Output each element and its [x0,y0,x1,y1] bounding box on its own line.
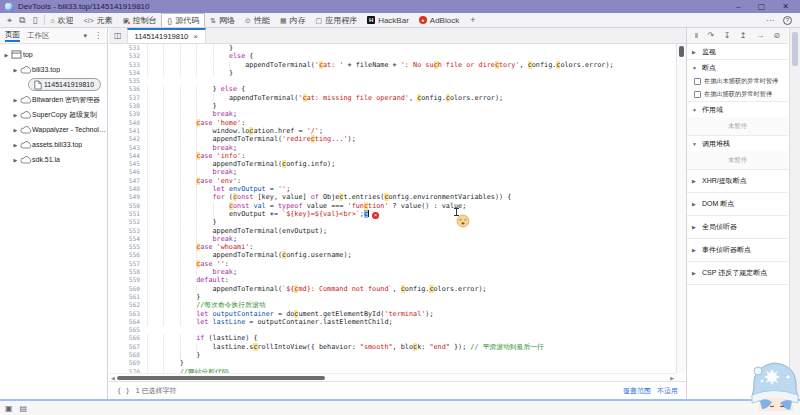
device-toolbar-icon[interactable]: ⧉ [19,15,25,26]
line-number[interactable]: 536 [109,85,147,93]
section-header-xhr-breakpoints[interactable]: ▶XHR/提取断点 [687,170,788,192]
quick-view-icon[interactable]: ▤ [20,404,28,413]
line-number[interactable]: 540 [109,119,147,127]
editor-vertical-scrollbar[interactable] [676,44,686,373]
tab-application[interactable]: ▢应用程序 [311,13,363,27]
line-number[interactable]: 568 [109,351,147,359]
tree-item-1145141919810[interactable]: 1145141919810 [0,77,107,92]
help-icon[interactable]: ? [783,16,792,25]
step-out-icon[interactable]: ↥ [740,31,747,40]
line-number[interactable]: 550 [109,202,147,210]
section-header-global-listeners[interactable]: ▶全局侦听器 [687,216,788,238]
code-area[interactable]: 531 }532 else {533 appendToTerminal('cat… [109,44,676,373]
tab-page[interactable]: 页面 [5,30,20,42]
inspect-icon[interactable]: ⌖ [7,15,12,26]
section-header-watch[interactable]: ▶监视 [687,44,788,59]
section-header-dom-breakpoints[interactable]: ▶DOM 断点 [687,193,788,215]
minimize-button[interactable]: – [736,0,740,13]
line-number[interactable]: 538 [109,102,147,110]
deactivate-breakpoints-icon[interactable]: ⊘ [774,31,781,40]
checkbox-icon[interactable] [694,78,701,85]
line-number[interactable]: 548 [109,185,147,193]
pause-exception-checkbox-1[interactable]: 在抛出捕获的异常时暂停 [687,88,788,101]
line-number[interactable]: 543 [109,144,147,152]
maximize-button[interactable]: ▢ [758,0,766,13]
line-number[interactable]: 562 [109,301,147,309]
expander-icon[interactable]: ▶ [12,97,19,103]
expander-icon[interactable]: ▶ [12,157,19,163]
tree-item-bili33-top[interactable]: ▶bili33.top [0,62,107,77]
dock-icon[interactable]: ▯ [33,15,38,25]
expander-icon[interactable]: ▶ [3,52,10,58]
line-number[interactable]: 561 [109,293,147,301]
line-number[interactable]: 553 [109,227,147,235]
tab-memory[interactable]: ▦内存 [275,13,311,27]
pause-icon[interactable]: ‖ [695,31,698,40]
checkbox-icon[interactable] [694,91,701,98]
expander-icon[interactable]: ▶ [12,67,19,73]
step-over-icon[interactable]: ↷ [708,31,715,40]
tree-item-wappalyzer-technology-p-[interactable]: ▶Wappalyzer - Technology p… [0,122,107,137]
line-number[interactable]: 551 [109,210,147,218]
tab-sources[interactable]: {}源代码 [161,13,205,27]
line-number[interactable]: 565 [109,326,147,334]
line-number[interactable]: 556 [109,251,147,259]
line-number[interactable]: 542 [109,135,147,143]
horizontal-scroll-thumb[interactable] [117,376,325,380]
tab-welcome[interactable]: ⌂欢迎 [45,13,78,27]
line-number[interactable]: 569 [109,359,147,367]
line-number[interactable]: 534 [109,69,147,77]
line-number[interactable]: 537 [109,94,147,102]
tree-item-top[interactable]: ▶top [0,47,107,62]
line-number[interactable]: 558 [109,268,147,276]
line-number[interactable]: 541 [109,127,147,135]
tab-adblock[interactable]: ●AdBlock [414,13,464,27]
tab-network[interactable]: ⇅网络 [205,13,240,27]
line-number[interactable]: 559 [109,276,147,284]
tab-hackbar[interactable]: HHackBar [362,13,414,27]
section-header-csp-violation-breakpoints[interactable]: ▶CSP 违反了规定断点 [687,262,788,284]
tree-item-supercopy-[interactable]: ▶SuperCopy 超级复制 [0,107,107,122]
expander-icon[interactable]: ▶ [12,142,19,148]
line-number[interactable]: 547 [109,177,147,185]
tree-item-bitwarden-[interactable]: ▶Bitwarden 密码管理器 [0,92,107,107]
line-number[interactable]: 566 [109,334,147,342]
expander-icon[interactable]: ▶ [12,112,19,118]
close-button[interactable]: ✕ [782,0,789,13]
console-drawer-icon[interactable]: ▣ [5,404,13,413]
kebab-menu-icon[interactable]: ⋮ [94,31,102,40]
line-number[interactable]: 532 [109,52,147,60]
editor-horizontal-scrollbar[interactable]: ◀ ▶ [109,373,676,381]
expander-icon[interactable]: ▶ [12,127,19,133]
line-number[interactable]: 535 [109,77,147,85]
line-number[interactable]: 531 [109,44,147,52]
close-icon[interactable]: × [193,32,198,41]
file-tab[interactable]: 1145141919810 × [127,28,206,43]
pause-exception-checkbox-0[interactable]: 在抛出未捕获的异常时暂停 [687,75,788,88]
tab-console[interactable]: ▣控制台 [118,13,162,27]
line-number[interactable]: 539 [109,110,147,118]
coverage-label[interactable]: 覆盖范围 [623,386,651,396]
line-number[interactable]: 544 [109,152,147,160]
more-options-icon[interactable]: ⋯ [766,16,775,25]
line-number[interactable]: 563 [109,310,147,318]
section-header-scope[interactable]: ▼作用域 [687,102,788,117]
line-number[interactable]: 546 [109,168,147,176]
line-number[interactable]: 552 [109,218,147,226]
line-number[interactable]: 567 [109,343,147,351]
line-number[interactable]: 557 [109,260,147,268]
right-panel-scrollbar[interactable] [789,28,800,399]
tree-item-sdk-51-la[interactable]: ▶sdk.51.la [0,152,107,167]
tab-workspace[interactable]: 工作区 [27,31,50,41]
section-header-breakpoints[interactable]: ▼断点 [687,60,788,75]
tab-performance[interactable]: ⊙性能 [240,13,275,27]
line-number[interactable]: 555 [109,243,147,251]
pretty-print-icon[interactable]: { } [117,387,130,395]
line-number[interactable]: 545 [109,160,147,168]
line-number[interactable]: 564 [109,318,147,326]
step-icon[interactable]: → [756,31,764,40]
section-header-call-stack[interactable]: ▼调用堆栈 [687,136,788,151]
line-number[interactable]: 560 [109,285,147,293]
vertical-scroll-thumb[interactable] [679,46,684,57]
right-scroll-thumb[interactable] [792,32,798,66]
